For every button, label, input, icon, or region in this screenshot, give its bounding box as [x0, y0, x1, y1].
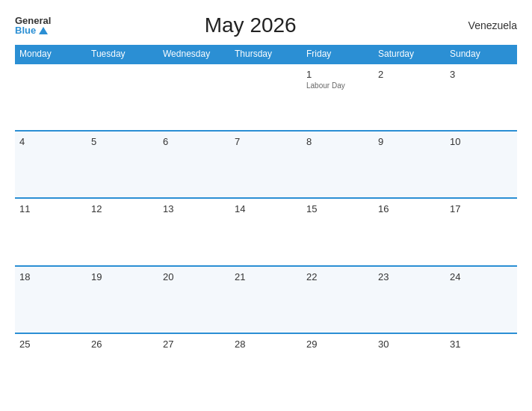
day-number: 23 — [378, 271, 441, 282]
calendar-cell: 12 — [87, 198, 158, 265]
day-number: 8 — [306, 136, 369, 147]
day-number: 20 — [163, 271, 226, 282]
calendar-cell: 26 — [87, 333, 158, 401]
col-saturday: Saturday — [374, 45, 445, 64]
calendar-cell: 2 — [374, 64, 445, 131]
day-number: 21 — [235, 271, 297, 282]
col-sunday: Sunday — [445, 45, 517, 64]
col-wednesday: Wednesday — [158, 45, 230, 64]
day-number: 6 — [163, 136, 226, 147]
calendar-cell: 11 — [15, 198, 87, 265]
calendar-title: May 2026 — [51, 13, 450, 37]
day-number: 4 — [19, 136, 82, 147]
calendar-table: Monday Tuesday Wednesday Thursday Friday… — [15, 45, 517, 401]
calendar-cell: 10 — [445, 131, 517, 198]
calendar-cell: 22 — [302, 266, 374, 333]
calendar-cell: 25 — [15, 333, 87, 401]
calendar-cell: 17 — [445, 198, 517, 265]
calendar-cell: 16 — [374, 198, 445, 265]
col-monday: Monday — [15, 45, 87, 64]
day-number: 16 — [378, 203, 441, 214]
calendar-cell — [158, 64, 230, 131]
day-number: 24 — [450, 271, 513, 282]
calendar-cell: 24 — [445, 266, 517, 333]
day-number: 28 — [235, 339, 297, 350]
calendar-cell: 30 — [374, 333, 445, 401]
day-number: 14 — [235, 203, 297, 214]
day-number: 12 — [91, 203, 154, 214]
calendar-cell: 8 — [302, 131, 374, 198]
week-row-3: 11121314151617 — [15, 198, 517, 265]
holiday-label: Labour Day — [306, 81, 369, 90]
calendar-page: General Blue May 2026 Venezuela Monday T… — [0, 0, 532, 411]
calendar-cell: 7 — [230, 131, 302, 198]
day-number: 19 — [91, 271, 154, 282]
calendar-cell: 28 — [230, 333, 302, 401]
calendar-cell: 9 — [374, 131, 445, 198]
day-number: 27 — [163, 339, 226, 350]
day-number: 31 — [450, 339, 513, 350]
calendar-cell: 29 — [302, 333, 374, 401]
day-number: 1 — [306, 69, 369, 80]
calendar-cell — [15, 64, 87, 131]
calendar-cell: 19 — [87, 266, 158, 333]
week-row-1: 1Labour Day23 — [15, 64, 517, 131]
logo-blue-text: Blue — [15, 25, 51, 35]
logo: General Blue — [15, 16, 51, 35]
calendar-cell — [87, 64, 158, 131]
logo-triangle-icon — [39, 27, 48, 34]
calendar-cell: 20 — [158, 266, 230, 333]
day-number: 25 — [19, 339, 82, 350]
calendar-cell: 31 — [445, 333, 517, 401]
calendar-cell: 4 — [15, 131, 87, 198]
day-number: 11 — [19, 203, 82, 214]
col-tuesday: Tuesday — [87, 45, 158, 64]
calendar-cell — [230, 64, 302, 131]
day-number: 13 — [163, 203, 226, 214]
week-row-4: 18192021222324 — [15, 266, 517, 333]
day-number: 29 — [306, 339, 369, 350]
day-number: 2 — [378, 69, 441, 80]
day-number: 15 — [306, 203, 369, 214]
day-number: 30 — [378, 339, 441, 350]
calendar-cell: 1Labour Day — [302, 64, 374, 131]
header: General Blue May 2026 Venezuela — [15, 13, 517, 37]
col-thursday: Thursday — [230, 45, 302, 64]
calendar-cell: 21 — [230, 266, 302, 333]
calendar-cell: 15 — [302, 198, 374, 265]
day-number: 22 — [306, 271, 369, 282]
calendar-cell: 13 — [158, 198, 230, 265]
country-label: Venezuela — [450, 19, 517, 31]
day-number: 10 — [450, 136, 513, 147]
calendar-header-row: Monday Tuesday Wednesday Thursday Friday… — [15, 45, 517, 64]
calendar-cell: 5 — [87, 131, 158, 198]
week-row-2: 45678910 — [15, 131, 517, 198]
calendar-cell: 3 — [445, 64, 517, 131]
col-friday: Friday — [302, 45, 374, 64]
calendar-cell: 27 — [158, 333, 230, 401]
day-number: 9 — [378, 136, 441, 147]
day-number: 26 — [91, 339, 154, 350]
day-number: 5 — [91, 136, 154, 147]
day-number: 7 — [235, 136, 297, 147]
calendar-cell: 14 — [230, 198, 302, 265]
week-row-5: 25262728293031 — [15, 333, 517, 401]
calendar-cell: 23 — [374, 266, 445, 333]
calendar-cell: 6 — [158, 131, 230, 198]
calendar-cell: 18 — [15, 266, 87, 333]
day-number: 18 — [19, 271, 82, 282]
day-number: 3 — [450, 69, 513, 80]
day-number: 17 — [450, 203, 513, 214]
